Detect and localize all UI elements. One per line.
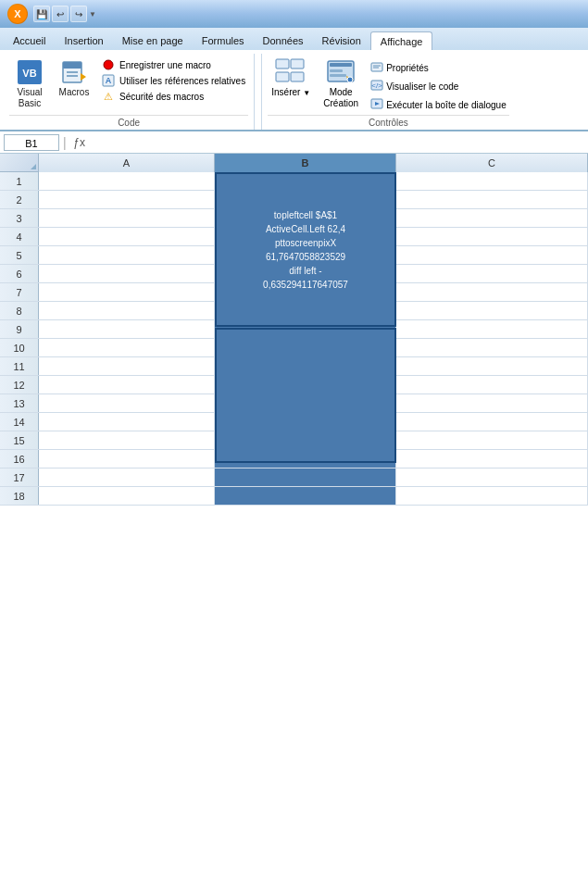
utiliser-references-button[interactable]: A Utiliser les références relatives (98, 73, 248, 88)
cell-a2[interactable] (39, 191, 215, 208)
cell-b17[interactable] (215, 468, 396, 486)
cell-c11[interactable] (396, 357, 588, 375)
cell-c8[interactable] (396, 302, 588, 319)
tab-affichage[interactable]: Affichage (370, 31, 433, 50)
tab-accueil[interactable]: Accueil (4, 31, 55, 50)
redo-quick-btn[interactable]: ↪ (70, 6, 87, 22)
controles-group-label: Contrôles (268, 115, 509, 128)
code-group-label: Code (9, 115, 248, 128)
ribbon-group-controles: Insérer ▼ ModeCréation (262, 54, 515, 130)
cell-a1[interactable] (39, 172, 215, 190)
tab-revision[interactable]: Révision (313, 31, 370, 50)
cell-c18[interactable] (396, 487, 588, 505)
cell-c6[interactable] (396, 265, 588, 282)
record-icon (101, 58, 116, 71)
cell-a7[interactable] (39, 283, 215, 301)
cell-a10[interactable] (39, 339, 215, 356)
blue-rect-bottom (215, 328, 396, 463)
cell-c4[interactable] (396, 228, 588, 245)
cell-c2[interactable] (396, 191, 588, 208)
cell-c3[interactable] (396, 209, 588, 227)
table-row: 17 (0, 468, 588, 487)
quick-access-dropdown[interactable]: ▼ (89, 10, 96, 19)
cell-a15[interactable] (39, 431, 215, 449)
cell-c14[interactable] (396, 413, 588, 431)
macros-button[interactable]: Macros (54, 56, 94, 100)
ribbon-content: VB VisualBasic Macros (0, 50, 588, 131)
svg-marker-8 (81, 73, 86, 81)
undo-quick-btn[interactable]: ↩ (52, 6, 69, 22)
cell-a18[interactable] (39, 487, 215, 505)
cell-a9[interactable] (39, 320, 215, 338)
cell-c7[interactable] (396, 283, 588, 301)
row-number-10[interactable]: 10 (0, 339, 39, 356)
proprietes-button[interactable]: Propriétés (368, 59, 509, 76)
cell-a13[interactable] (39, 394, 215, 412)
svg-rect-12 (276, 59, 289, 69)
cell-a3[interactable] (39, 209, 215, 227)
formula-divider: | (63, 135, 67, 150)
tab-insertion[interactable]: Insertion (55, 31, 112, 50)
row-number-3[interactable]: 3 (0, 209, 39, 227)
cell-c5[interactable] (396, 246, 588, 264)
row-number-18[interactable]: 18 (0, 487, 39, 505)
row-number-13[interactable]: 13 (0, 394, 39, 412)
row-number-17[interactable]: 17 (0, 468, 39, 486)
corner-cell[interactable] (0, 154, 39, 171)
cell-c16[interactable] (396, 450, 588, 468)
cell-a6[interactable] (39, 265, 215, 282)
cell-a11[interactable] (39, 357, 215, 375)
cell-a12[interactable] (39, 376, 215, 394)
col-header-b[interactable]: B (215, 154, 396, 172)
svg-rect-15 (291, 72, 304, 81)
row-number-14[interactable]: 14 (0, 413, 39, 431)
inserer-button[interactable]: Insérer ▼ (268, 56, 314, 100)
formula-input[interactable] (93, 134, 584, 151)
visual-basic-button[interactable]: VB VisualBasic (9, 56, 50, 111)
cell-a16[interactable] (39, 450, 215, 468)
cell-a17[interactable] (39, 468, 215, 486)
cell-a8[interactable] (39, 302, 215, 319)
row-number-15[interactable]: 15 (0, 431, 39, 449)
row-number-12[interactable]: 12 (0, 376, 39, 394)
fx-button[interactable]: ƒx (70, 136, 89, 149)
securite-macros-button[interactable]: ⚠ Sécurité des macros (98, 89, 248, 104)
col-header-c[interactable]: C (396, 154, 588, 172)
row-number-5[interactable]: 5 (0, 246, 39, 264)
row-number-6[interactable]: 6 (0, 265, 39, 282)
cell-c9[interactable] (396, 320, 588, 338)
mode-creation-button[interactable]: ModeCréation (318, 56, 364, 111)
save-quick-btn[interactable]: 💾 (33, 6, 50, 22)
tab-donnees[interactable]: Données (254, 31, 313, 50)
cell-c1[interactable] (396, 172, 588, 190)
visualiser-code-button[interactable]: </> Visualiser le code (368, 78, 509, 94)
row-number-7[interactable]: 7 (0, 283, 39, 301)
cell-b18[interactable] (215, 487, 396, 505)
column-headers: A B C (0, 154, 588, 172)
visual-basic-label: VisualBasic (17, 87, 42, 109)
row-number-11[interactable]: 11 (0, 357, 39, 375)
svg-rect-5 (63, 62, 81, 69)
row-number-1[interactable]: 1 (0, 172, 39, 190)
cell-c15[interactable] (396, 431, 588, 449)
cell-c17[interactable] (396, 468, 588, 486)
row-number-2[interactable]: 2 (0, 191, 39, 208)
cell-a4[interactable] (39, 228, 215, 245)
cell-reference-box[interactable]: B1 (4, 134, 59, 151)
executer-boite-button[interactable]: Exécuter la boîte de dialogue (368, 96, 509, 113)
col-header-a[interactable]: A (39, 154, 215, 172)
tab-formules[interactable]: Formules (193, 31, 254, 50)
cell-c13[interactable] (396, 394, 588, 412)
cell-a14[interactable] (39, 413, 215, 431)
row-number-4[interactable]: 4 (0, 228, 39, 245)
cell-a5[interactable] (39, 246, 215, 264)
svg-point-21 (347, 77, 353, 82)
row-number-16[interactable]: 16 (0, 450, 39, 468)
cell-c10[interactable] (396, 339, 588, 356)
cell-c12[interactable] (396, 376, 588, 394)
blue-rect-top: topleftcell $A$1ActiveCell.Left 62,4ptto… (215, 172, 396, 327)
tab-mise-en-page[interactable]: Mise en page (113, 31, 193, 50)
enregistrer-macro-button[interactable]: Enregistrer une macro (98, 57, 248, 72)
row-number-9[interactable]: 9 (0, 320, 39, 338)
row-number-8[interactable]: 8 (0, 302, 39, 319)
